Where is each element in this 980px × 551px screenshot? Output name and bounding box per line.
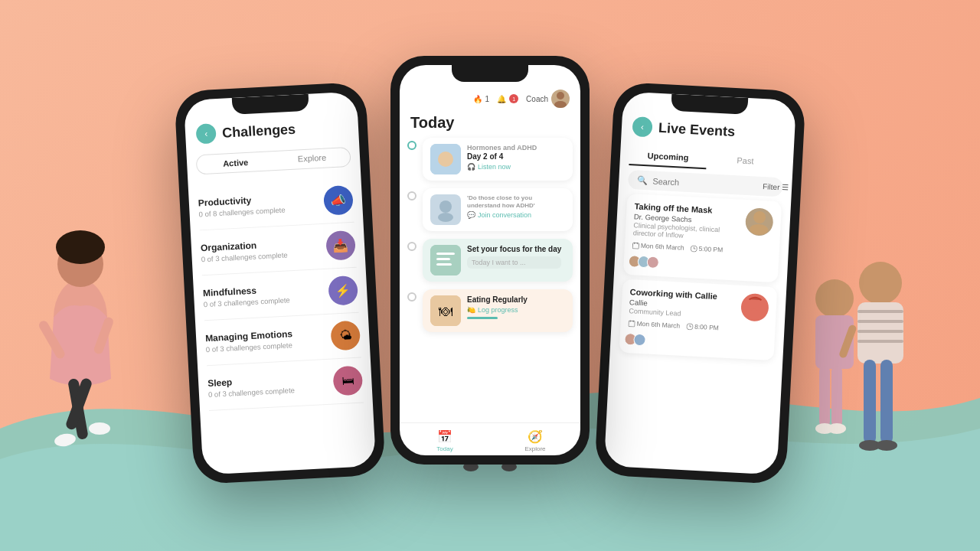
challenge-icon-productivity: 📣 [323,185,354,216]
challenges-tab-bar[interactable]: Active Explore [196,147,351,175]
timeline-dot-2 [407,191,416,201]
join-conversation-button[interactable]: 💬 Join conversation [467,211,565,219]
challenge-icon-sleep: 🛏 [332,366,363,396]
events-back-button[interactable]: ‹ [632,116,652,137]
speaker-1-avatar [745,207,774,236]
liveevents-phone: ‹ Live Events Upcoming Past 🔍 Filter ☰ [594,82,806,484]
list-item[interactable]: Mindfulness 0 of 3 challenges complete ⚡ [202,268,359,321]
timeline-dot-4 [407,292,416,302]
notch-2 [452,65,528,82]
event-2-date: Mon 6th March [636,320,680,330]
phones-container: ‹ Challenges Active Explore Productivity… [0,0,980,551]
attendee-avatar-3 [646,256,659,269]
list-item[interactable]: Sleep 0 of 3 challenges complete 🛏 [207,358,364,411]
challenge-emotions-info: Managing Emotions 0 of 3 challenges comp… [205,328,293,354]
audio-title: Day 2 of 4 [467,152,537,161]
svg-rect-42 [436,263,452,266]
listen-action-label: Listen now [478,163,511,171]
coach-avatar [551,90,570,108]
today-timeline: Hormones and ADHD Day 2 of 4 🎧 Listen no… [400,138,580,340]
megaphone-icon: 📣 [330,193,346,208]
notification-bell[interactable]: 🔔 1 [497,94,518,103]
coach-label: Coach [526,95,548,103]
page-title: Challenges [222,121,296,141]
focus-input[interactable]: Today I want to ... [467,256,561,269]
search-input[interactable] [652,176,758,191]
today-content: 🔥 1 🔔 1 Coach Today [400,65,580,455]
attendee-avatars-2 [627,333,646,346]
food-thumbnail: 🍽 [430,295,461,326]
tab-upcoming[interactable]: Upcoming [629,145,707,169]
timeline-dot-3 [407,242,416,251]
nav-explore-label: Explore [524,445,545,452]
svg-point-36 [438,152,453,167]
back-button[interactable]: ‹ [196,123,217,144]
lightning-icon: ⚡ [335,283,351,298]
events-tab-bar[interactable]: Upcoming Past [629,145,784,174]
filter-button[interactable]: Filter ☰ [763,182,789,192]
svg-point-33 [557,92,564,99]
challenge-list: Productivity 0 of 8 challenges complete … [188,172,373,416]
conversation-content: 'Do those close to you understand how AD… [467,194,565,219]
chat-icon: 💬 [467,211,475,219]
calendar-icon-event2: Mon 6th March [628,319,680,330]
list-item[interactable]: Managing Emotions 0 of 3 challenges comp… [204,313,361,366]
audio-content: Hormones and ADHD Day 2 of 4 🎧 Listen no… [467,144,537,171]
tab-active[interactable]: Active [198,152,274,173]
events-header: ‹ Live Events [621,109,795,149]
challenges-phone: ‹ Challenges Active Explore Productivity… [174,82,386,484]
calendar-icon: 📅 [437,429,452,444]
challenge-organization-info: Organization 0 of 3 challenges complete [201,238,288,263]
attendee-avatar-5 [633,334,646,347]
search-bar[interactable]: 🔍 Filter ☰ [628,170,783,197]
svg-text:🍽: 🍽 [439,304,452,319]
calendar-icon-event: Mon 6th March [632,241,684,252]
svg-point-38 [438,213,453,222]
today-screen: 🔥 1 🔔 1 Coach Today [400,65,580,455]
focus-content: Set your focus for the day Today I want … [467,245,561,269]
conversation-subtitle: 'Do those close to you understand how AD… [467,194,565,210]
timeline-card-focus[interactable]: Set your focus for the day Today I want … [423,239,573,282]
svg-rect-53 [629,321,635,327]
coach-button[interactable]: Coach [526,90,570,108]
list-item: 'Do those close to you understand how AD… [407,188,573,231]
filter-label: Filter [763,182,780,191]
list-item[interactable]: Productivity 0 of 8 challenges complete … [198,178,354,230]
food-content: Eating Regularly 🍋 Log progress [467,295,528,319]
challenge-icon-emotions: 🌤 [330,321,361,351]
timeline-dot-1 [407,141,416,150]
bed-icon: 🛏 [341,373,354,388]
timeline-card-conversation[interactable]: 'Do those close to you understand how AD… [423,188,573,231]
join-action-label: Join conversation [478,211,531,219]
nav-explore[interactable]: 🧭 Explore [490,429,580,452]
svg-rect-41 [436,258,450,260]
tab-explore[interactable]: Explore [274,148,351,170]
event-card-2[interactable]: Coworking with Callie Callie Community L… [619,279,778,360]
timeline-card-audio[interactable]: Hormones and ADHD Day 2 of 4 🎧 Listen no… [423,138,573,181]
tab-past[interactable]: Past [706,149,784,173]
svg-rect-45 [632,243,639,249]
audio-thumbnail [430,144,461,174]
event-2-time: 8:00 PM [694,323,719,332]
listen-now-button[interactable]: 🎧 Listen now [467,163,537,171]
list-item[interactable]: Organization 0 of 3 challenges complete … [200,223,357,276]
today-title: Today [400,111,580,138]
event-2-info: Coworking with Callie Callie Community L… [627,287,736,350]
headphone-icon: 🎧 [467,163,475,171]
log-action-label: Log progress [478,306,518,314]
today-topbar: 🔥 1 🔔 1 Coach [400,83,580,111]
timeline-card-food[interactable]: 🍽 Eating Regularly 🍋 Log progress [423,289,573,332]
filter-icon: ☰ [782,183,789,191]
challenges-header: ‹ Challenges [185,109,359,149]
event-card-1[interactable]: Taking off the Mask Dr. George Sachs Cli… [623,194,782,282]
liveevents-screen: ‹ Live Events Upcoming Past 🔍 Filter ☰ [604,91,796,474]
conversation-thumbnail [430,194,461,225]
lemon-icon: 🍋 [467,306,475,314]
list-item: 🍽 Eating Regularly 🍋 Log progress [407,289,573,332]
event-1-time: 5:00 PM [698,245,723,254]
event-1-date: Mon 6th March [641,242,684,252]
nav-today[interactable]: 📅 Today [400,429,490,452]
bell-icon: 🔔 [497,95,506,103]
challenges-screen: ‹ Challenges Active Explore Productivity… [184,91,376,474]
log-progress-button[interactable]: 🍋 Log progress [467,306,528,314]
